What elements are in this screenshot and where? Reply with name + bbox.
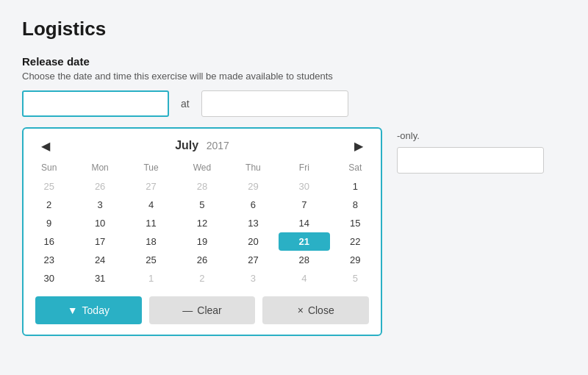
calendar-day[interactable]: 11 <box>126 214 176 232</box>
calendar-day[interactable]: 8 <box>330 196 381 214</box>
calendar-day[interactable]: 28 <box>279 251 329 269</box>
calendar-day[interactable]: 26 <box>176 251 227 269</box>
calendar-day[interactable]: 24 <box>74 251 125 269</box>
day-of-week-header: Fri <box>279 160 329 177</box>
calendar-footer: ▼ Today — Clear × Close <box>24 288 381 335</box>
calendar-day: 3 <box>228 269 279 288</box>
calendar-week-row: 23242526272829 <box>24 251 381 269</box>
calendar-day[interactable]: 14 <box>279 214 329 232</box>
calendar-week-row: 303112345 <box>24 269 381 288</box>
calendar-day[interactable]: 30 <box>24 269 74 288</box>
calendar-body: 2526272829301234567891011121314151617181… <box>24 177 381 288</box>
today-button[interactable]: ▼ Today <box>35 296 142 324</box>
calendar-day[interactable]: 12 <box>176 214 227 232</box>
calendar-week-row: 9101112131415 <box>24 214 381 232</box>
day-of-week-header: Sat <box>330 160 381 177</box>
calendar-year: 2017 <box>207 140 229 151</box>
day-of-week-header: Wed <box>176 160 227 177</box>
calendar-grid: SunMonTueWedThuFriSat 252627282930123456… <box>24 160 381 288</box>
calendar-month: July <box>175 139 198 151</box>
calendar-month-year: July 2017 <box>175 139 229 152</box>
close-button[interactable]: × Close <box>262 296 369 324</box>
calendar-day[interactable]: 29 <box>330 251 381 269</box>
only-text: -only. <box>397 130 544 141</box>
clear-button[interactable]: — Clear <box>149 296 256 324</box>
calendar-day[interactable]: 31 <box>74 269 125 288</box>
at-label: at <box>181 98 190 110</box>
calendar-week-row: 16171819202122 <box>24 232 381 251</box>
calendar-day[interactable]: 15 <box>330 214 381 232</box>
calendar-day[interactable]: 25 <box>126 251 176 269</box>
calendar-day[interactable]: 16 <box>24 232 74 251</box>
calendar-day[interactable]: 23 <box>24 251 74 269</box>
calendar-day[interactable]: 18 <box>126 232 176 251</box>
calendar-week-row: 2526272829301 <box>24 177 381 196</box>
release-date-label: Release date <box>22 55 566 68</box>
calendar-day[interactable]: 4 <box>126 196 176 214</box>
calendar-day: 1 <box>126 269 176 288</box>
today-icon: ▼ <box>68 304 78 316</box>
calendar-day[interactable]: 9 <box>24 214 74 232</box>
calendar-next-button[interactable]: ▶ <box>348 136 369 156</box>
days-of-week-row: SunMonTueWedThuFriSat <box>24 160 381 177</box>
calendar-day[interactable]: 21 <box>279 232 329 251</box>
day-of-week-header: Mon <box>74 160 125 177</box>
close-icon: × <box>298 304 304 316</box>
calendar-day[interactable]: 7 <box>279 196 329 214</box>
today-label: Today <box>82 304 110 316</box>
right-panel-input[interactable] <box>397 147 544 174</box>
page-title: Logistics <box>22 18 566 40</box>
calendar-day: 25 <box>24 177 74 196</box>
calendar-day: 27 <box>126 177 176 196</box>
release-date-description: Choose the date and time this exercise w… <box>22 71 566 82</box>
date-input[interactable] <box>22 90 169 117</box>
day-of-week-header: Sun <box>24 160 74 177</box>
day-of-week-header: Tue <box>126 160 176 177</box>
calendar-day[interactable]: 1 <box>330 177 381 196</box>
clear-label: Clear <box>197 304 221 316</box>
calendar-day[interactable]: 20 <box>228 232 279 251</box>
calendar-day[interactable]: 3 <box>74 196 125 214</box>
calendar-day: 4 <box>279 269 329 288</box>
calendar-day[interactable]: 5 <box>176 196 227 214</box>
calendar-day: 30 <box>279 177 329 196</box>
calendar-day[interactable]: 10 <box>74 214 125 232</box>
day-of-week-header: Thu <box>228 160 279 177</box>
calendar-day: 26 <box>74 177 125 196</box>
calendar-week-row: 2345678 <box>24 196 381 214</box>
calendar-day[interactable]: 2 <box>24 196 74 214</box>
calendar-day[interactable]: 13 <box>228 214 279 232</box>
calendar-day: 29 <box>228 177 279 196</box>
calendar-day[interactable]: 27 <box>228 251 279 269</box>
calendar-popup: ◀ July 2017 ▶ SunMonTueWedThuFriSat 2526… <box>22 127 382 336</box>
calendar-day[interactable]: 19 <box>176 232 227 251</box>
calendar-prev-button[interactable]: ◀ <box>35 136 56 156</box>
calendar-header: ◀ July 2017 ▶ <box>24 129 381 160</box>
calendar-day: 2 <box>176 269 227 288</box>
time-input[interactable] <box>201 90 348 117</box>
calendar-day: 5 <box>330 269 381 288</box>
calendar-day[interactable]: 17 <box>74 232 125 251</box>
calendar-day[interactable]: 6 <box>228 196 279 214</box>
calendar-day[interactable]: 22 <box>330 232 381 251</box>
calendar-day: 28 <box>176 177 227 196</box>
close-label: Close <box>308 304 334 316</box>
clear-icon: — <box>182 304 193 316</box>
